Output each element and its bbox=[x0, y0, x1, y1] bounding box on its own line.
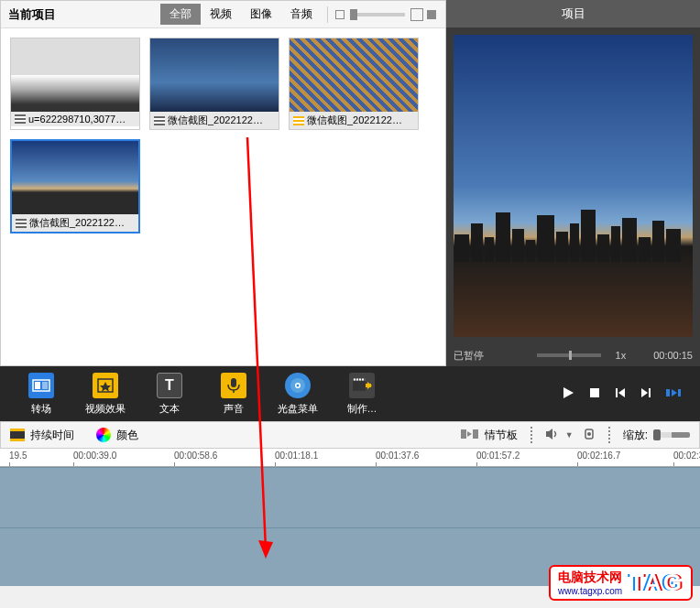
volume-dropdown-icon[interactable]: ▼ bbox=[565, 430, 574, 440]
media-thumb bbox=[290, 38, 418, 112]
preview-status-bar: 已暂停 1x 00:00:15 bbox=[446, 344, 700, 366]
text-button[interactable]: T 文本 bbox=[137, 373, 202, 416]
transition-button[interactable]: 转场 bbox=[9, 373, 73, 416]
media-item[interactable]: 微信截图_2022122… bbox=[289, 38, 419, 130]
ruler-mark: 00:00:39.0 bbox=[73, 451, 116, 461]
tab-video[interactable]: 视频 bbox=[201, 4, 241, 25]
color-wheel-icon bbox=[96, 428, 111, 442]
tool-strip: 转场 视频效果 T 文本 声音 光盘菜单 制作… bbox=[0, 366, 700, 421]
svg-rect-19 bbox=[678, 389, 681, 396]
watermark-url: www.tagxp.com bbox=[558, 586, 622, 596]
tool-label: 声音 bbox=[202, 402, 266, 416]
watermark: 电脑技术网 www.tagxp.com TAG bbox=[549, 565, 693, 601]
thumb-size-slider[interactable] bbox=[350, 13, 405, 16]
svg-point-8 bbox=[297, 384, 300, 386]
tool-label: 制作… bbox=[330, 402, 394, 416]
next-button[interactable] bbox=[640, 386, 652, 402]
svg-rect-11 bbox=[354, 378, 355, 380]
make-icon bbox=[349, 373, 375, 398]
volume-icon[interactable] bbox=[545, 428, 560, 443]
text-icon: T bbox=[157, 373, 182, 398]
media-item-label: u=622298710,3077… bbox=[28, 114, 126, 125]
play-button[interactable] bbox=[561, 385, 575, 403]
svg-rect-9 bbox=[353, 381, 366, 391]
clip-icon bbox=[154, 116, 165, 125]
preview-video[interactable] bbox=[454, 35, 693, 337]
stop-button[interactable] bbox=[588, 386, 601, 402]
ruler-mark: 00:02:3 bbox=[673, 451, 700, 461]
svg-rect-20 bbox=[461, 429, 466, 439]
zoom-slider[interactable] bbox=[653, 432, 690, 438]
svg-rect-12 bbox=[356, 378, 358, 380]
disc-menu-button[interactable]: 光盘菜单 bbox=[266, 373, 330, 416]
svg-rect-14 bbox=[362, 378, 364, 380]
svg-rect-1 bbox=[35, 382, 40, 389]
media-item-label: 微信截图_2022122… bbox=[307, 114, 402, 127]
watermark-name: 电脑技术网 bbox=[558, 570, 622, 586]
media-item[interactable]: u=622298710,3077… bbox=[10, 38, 140, 130]
video-fx-button[interactable]: 视频效果 bbox=[73, 373, 137, 416]
disc-icon bbox=[285, 373, 311, 398]
tab-audio[interactable]: 音频 bbox=[281, 4, 322, 25]
preview-speed: 1x bbox=[616, 350, 627, 361]
media-grid: u=622298710,3077… 微信截图_2022122… 微信截图_202… bbox=[1, 28, 445, 243]
media-panel: 当前项目 全部 视频 图像 音频 u=622298710,3077… 微信截图_… bbox=[0, 0, 446, 366]
svg-rect-18 bbox=[666, 389, 670, 396]
preview-panel: 项目 已暂停 1x 00:00:15 bbox=[446, 0, 700, 366]
svg-rect-13 bbox=[359, 378, 361, 380]
ruler-mark: 19.5 bbox=[9, 451, 27, 461]
tool-label: 文本 bbox=[137, 402, 202, 416]
svg-rect-21 bbox=[473, 429, 478, 439]
filmstrip-icon bbox=[10, 429, 25, 441]
media-header: 当前项目 全部 视频 图像 音频 bbox=[1, 1, 445, 28]
svg-rect-16 bbox=[616, 388, 618, 397]
media-thumb bbox=[12, 141, 138, 214]
make-button[interactable]: 制作… bbox=[330, 373, 394, 416]
color-label[interactable]: 颜色 bbox=[116, 428, 138, 443]
tool-label: 视频效果 bbox=[73, 402, 137, 416]
storyboard-label[interactable]: 情节板 bbox=[485, 428, 518, 443]
ruler-mark: 00:00:58.6 bbox=[174, 451, 217, 461]
ruler-mark: 00:01:57.2 bbox=[476, 451, 520, 461]
view-list-icon[interactable] bbox=[427, 10, 436, 19]
play-controls bbox=[561, 385, 691, 403]
svg-rect-17 bbox=[649, 388, 651, 397]
tab-all[interactable]: 全部 bbox=[160, 4, 201, 25]
preview-status-text: 已暂停 bbox=[454, 349, 484, 363]
media-item-label: 微信截图_2022122… bbox=[168, 114, 263, 127]
clip-icon bbox=[16, 219, 27, 228]
media-item[interactable]: 微信截图_2022122… bbox=[10, 139, 140, 233]
media-item[interactable]: 微信截图_2022122… bbox=[149, 38, 279, 130]
tab-image[interactable]: 图像 bbox=[241, 4, 281, 25]
transition-icon bbox=[28, 373, 54, 398]
timeline-ruler[interactable]: 19.5 00:00:39.0 00:00:58.6 00:01:18.1 00… bbox=[0, 449, 700, 467]
svg-rect-2 bbox=[42, 382, 48, 389]
clip-icon bbox=[293, 116, 304, 125]
zoom-label: 缩放: bbox=[623, 428, 648, 443]
ruler-mark: 00:02:16.7 bbox=[577, 451, 620, 461]
timeline-options-bar: 持续时间 颜色 情节板 ▼ 缩放: bbox=[0, 421, 700, 449]
ruler-mark: 00:01:37.6 bbox=[376, 451, 419, 461]
svg-rect-15 bbox=[590, 388, 599, 397]
svg-point-23 bbox=[587, 432, 591, 436]
preview-title: 项目 bbox=[446, 0, 700, 27]
media-thumb bbox=[11, 38, 139, 112]
fx-icon bbox=[93, 373, 118, 398]
watermark-tag: TAG bbox=[629, 569, 684, 597]
storyboard-icon bbox=[461, 428, 479, 443]
prev-button[interactable] bbox=[614, 386, 627, 402]
sound-button[interactable]: 声音 bbox=[202, 373, 266, 416]
mic-icon[interactable] bbox=[583, 428, 596, 443]
media-thumb bbox=[150, 38, 279, 112]
duration-label[interactable]: 持续时间 bbox=[30, 428, 74, 443]
preview-time: 00:00:15 bbox=[653, 350, 693, 361]
svg-rect-4 bbox=[231, 378, 236, 387]
speed-slider[interactable] bbox=[537, 353, 601, 357]
thumb-small-icon[interactable] bbox=[335, 10, 345, 19]
ruler-mark: 00:01:18.1 bbox=[275, 451, 318, 461]
media-panel-title: 当前项目 bbox=[8, 6, 160, 23]
clip-icon bbox=[15, 114, 26, 124]
loop-button[interactable] bbox=[665, 386, 682, 402]
tool-label: 光盘菜单 bbox=[266, 402, 330, 416]
thumb-large-icon[interactable] bbox=[410, 8, 423, 21]
